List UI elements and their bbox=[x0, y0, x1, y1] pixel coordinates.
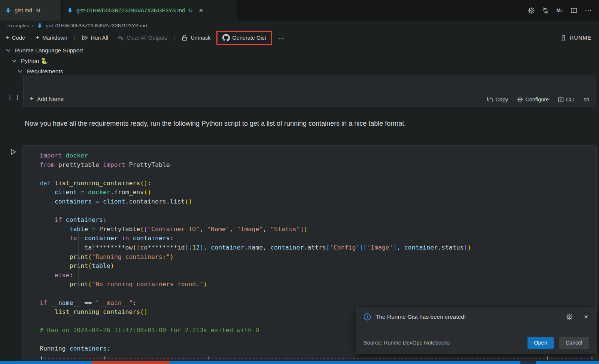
markdown-preview-icon[interactable]: M↓ bbox=[556, 7, 563, 13]
unmask-button[interactable]: Unmask bbox=[181, 34, 210, 41]
close-icon[interactable]: × bbox=[584, 313, 588, 321]
plus-icon: + bbox=[5, 34, 9, 41]
runme-file-icon bbox=[5, 7, 11, 13]
indent-guide bbox=[78, 225, 79, 289]
notification-toast: The Runme Gist has been created! × Sourc… bbox=[356, 307, 596, 354]
code-line: client = docker.from_env() bbox=[40, 188, 594, 197]
git-compare-icon[interactable] bbox=[542, 7, 549, 14]
tab-gist-generated-md[interactable]: gist-01HWD053BZ23JN6VA7X3NGP3YS.md U × bbox=[62, 0, 237, 21]
configure-label: Configure bbox=[525, 97, 549, 103]
status-segment-red bbox=[92, 361, 170, 364]
more-toolbar-actions-icon[interactable]: ⋯ bbox=[278, 34, 286, 42]
outline-runme-language-support[interactable]: Runme Language Support bbox=[5, 45, 83, 56]
markdown-paragraph: Now you have all the requirements ready,… bbox=[25, 120, 579, 128]
untracked-badge: U bbox=[189, 7, 192, 13]
add-name-button[interactable]: + Add Name bbox=[30, 95, 64, 103]
annotation-highlight: Generate Gist bbox=[216, 31, 272, 45]
code-line: if __name__ == "__main__": bbox=[40, 299, 594, 308]
runme-file-icon bbox=[67, 7, 73, 13]
run-cell-button[interactable] bbox=[9, 148, 17, 156]
run-all-label: Run All bbox=[91, 35, 108, 41]
unlock-icon bbox=[181, 34, 188, 41]
runme-logo-icon bbox=[560, 34, 567, 41]
code-line: ta*********ow([co********id[:12], contai… bbox=[40, 243, 594, 253]
runme-kernel-label: RUNME bbox=[570, 35, 592, 41]
run-all-icon bbox=[82, 34, 88, 41]
editor-actions: M↓ ⋯ bbox=[528, 0, 592, 21]
code-line bbox=[40, 289, 594, 299]
indent-guide bbox=[64, 188, 64, 317]
code-line: from prettytable import PrettyTable bbox=[40, 160, 594, 170]
plus-icon: + bbox=[36, 34, 40, 41]
tab-gist-md[interactable]: gist.md M bbox=[0, 0, 62, 21]
tab-label: gist.md bbox=[15, 7, 32, 13]
info-icon bbox=[364, 313, 371, 321]
clear-outputs-icon bbox=[117, 34, 124, 41]
tab-label: gist-01HWD053BZ23JN6VA7X3NGP3YS.md bbox=[76, 7, 185, 13]
close-icon[interactable]: × bbox=[199, 6, 203, 15]
breadcrumb-separator: › bbox=[32, 23, 34, 28]
configure-button[interactable]: Configure bbox=[517, 97, 549, 103]
plus-icon: + bbox=[30, 95, 34, 102]
chevron-down-icon[interactable] bbox=[5, 48, 11, 53]
gear-icon bbox=[517, 97, 523, 103]
copy-button[interactable]: Copy bbox=[487, 97, 508, 103]
modified-badge: M bbox=[36, 7, 40, 13]
runme-file-icon bbox=[37, 23, 43, 29]
cli-icon bbox=[558, 97, 564, 103]
vscode-runme-notebook: gist.md M gist-01HWD053BZ23JN6VA7X3NGP3Y… bbox=[0, 0, 599, 364]
breadcrumb[interactable]: examples › gist-01HWD053BZ23JN6VA7X3NGP3… bbox=[7, 21, 147, 31]
runme-kernel-button[interactable]: RUNME bbox=[560, 31, 592, 45]
clear-all-outputs-button[interactable]: Clear All Outputs bbox=[117, 34, 167, 41]
cli-label: CLI bbox=[566, 97, 575, 103]
toast-title: The Runme Gist has been created! bbox=[375, 313, 466, 320]
more-actions-icon[interactable]: ⋯ bbox=[585, 6, 592, 15]
add-markdown-button[interactable]: + Markdown bbox=[36, 34, 67, 42]
cell-language-badge[interactable]: sh bbox=[584, 97, 589, 103]
github-octocat-icon bbox=[222, 34, 230, 42]
add-code-button[interactable]: + Code bbox=[5, 34, 25, 42]
status-segment-blue bbox=[0, 361, 599, 364]
outline-python[interactable]: Python 🐍 bbox=[11, 56, 48, 66]
code-line bbox=[40, 169, 594, 179]
add-name-label: Add Name bbox=[37, 96, 64, 102]
code-line: containers = client.containers.list() bbox=[40, 197, 594, 207]
breadcrumb-file[interactable]: gist-01HWD053BZ23JN6VA7X3NGP3YS.md bbox=[46, 23, 147, 28]
code-line bbox=[40, 207, 594, 216]
toolbar-separator: | bbox=[173, 35, 175, 41]
cell-actions: Copy Configure CLI sh bbox=[487, 97, 589, 103]
editor-tab-bar: gist.md M gist-01HWD053BZ23JN6VA7X3NGP3Y… bbox=[0, 0, 599, 21]
outline-label: Requirements bbox=[27, 68, 63, 75]
status-segment-dark bbox=[520, 361, 536, 364]
unmask-label: Unmask bbox=[191, 35, 210, 41]
cli-button[interactable]: CLI bbox=[558, 97, 575, 103]
toast-footer: Source: Runme DevOps Notebooks Open Canc… bbox=[364, 337, 589, 349]
open-button[interactable]: Open bbox=[527, 337, 554, 349]
toast-header: The Runme Gist has been created! × bbox=[364, 313, 588, 321]
code-line: if containers: bbox=[40, 215, 594, 225]
copy-label: Copy bbox=[495, 97, 508, 103]
code-line: print("No running containers found.") bbox=[40, 280, 594, 289]
code-line: for container in containers: bbox=[40, 234, 594, 243]
copy-icon bbox=[487, 97, 493, 103]
gear-icon[interactable] bbox=[528, 7, 535, 14]
code-line: else: bbox=[40, 271, 594, 280]
cancel-button[interactable]: Cancel bbox=[559, 337, 589, 349]
generate-gist-label: Generate Gist bbox=[232, 35, 266, 41]
toast-source: Source: Runme DevOps Notebooks bbox=[364, 340, 450, 346]
outline-requirements[interactable]: Requirements bbox=[17, 66, 63, 77]
chevron-down-icon[interactable] bbox=[11, 58, 17, 64]
code-line: print(table) bbox=[40, 261, 594, 271]
add-code-label: Code bbox=[12, 35, 25, 41]
breadcrumb-folder[interactable]: examples bbox=[7, 23, 29, 28]
code-line: table = PrettyTable(["Container ID", "Na… bbox=[40, 225, 594, 234]
add-markdown-label: Markdown bbox=[42, 35, 67, 41]
run-all-button[interactable]: Run All bbox=[82, 34, 108, 41]
generate-gist-button[interactable]: Generate Gist bbox=[222, 34, 266, 42]
split-editor-icon[interactable] bbox=[571, 7, 577, 14]
code-line: import docker bbox=[40, 151, 594, 160]
outline-label: Runme Language Support bbox=[15, 47, 83, 54]
notebook-toolbar: + Code + Markdown | Run All Clear All Ou… bbox=[0, 31, 599, 45]
chevron-down-icon[interactable] bbox=[17, 68, 23, 74]
gear-icon[interactable] bbox=[566, 313, 573, 320]
